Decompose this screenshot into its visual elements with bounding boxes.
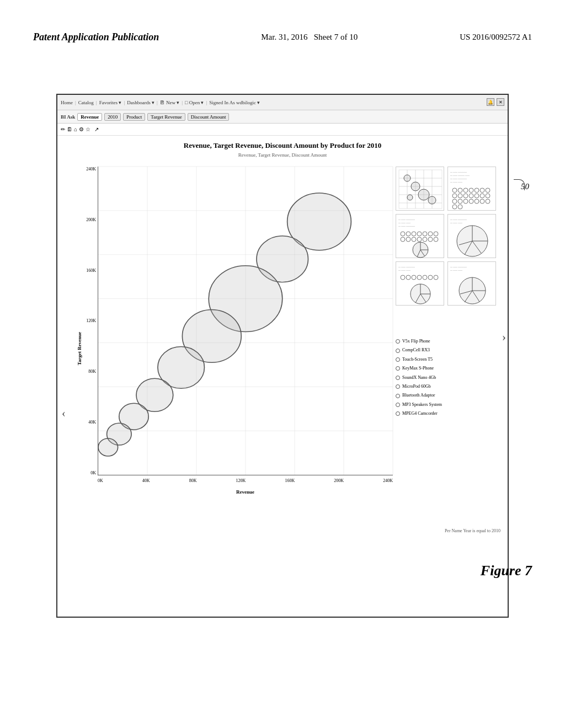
- close-icon[interactable]: ✕: [497, 98, 504, 106]
- svg-point-49: [463, 199, 468, 204]
- tab-2010[interactable]: 2010: [104, 113, 121, 121]
- thumb-svg-5: — —— ———— — —— ——: [396, 262, 445, 306]
- svg-point-70: [423, 237, 427, 242]
- tab-revenue[interactable]: Revenue: [77, 113, 102, 121]
- tab-product[interactable]: Product: [123, 113, 145, 121]
- thumb-svg-2: — —— ———— — —— ——— —— — —— ———— — —— ——: [448, 167, 496, 211]
- browser-toolbar-1: Home | Catalog | Favorites ▾ | Dashboard…: [57, 95, 508, 110]
- svg-point-52: [480, 199, 484, 204]
- legend-label-mpeg4: MPEG4 Camcorder: [402, 410, 438, 417]
- chart-wrapper: Target Revenue 240K 200K 160K 120K 80K 4…: [62, 161, 503, 536]
- bubble-mpeg4: [98, 438, 118, 456]
- bi-ask-label: BI Ask: [61, 114, 75, 120]
- arrow-icon[interactable]: ↗: [94, 126, 99, 132]
- y-label-200: 200K: [86, 217, 96, 222]
- svg-text:— —— ——: — —— ——: [450, 221, 463, 224]
- svg-text:— —— ——: — —— ——: [398, 221, 411, 224]
- svg-point-48: [458, 199, 462, 204]
- legend-mpeg4: MPEG4 Camcorder: [396, 410, 500, 417]
- svg-point-50: [469, 199, 473, 204]
- svg-point-69: [417, 237, 422, 242]
- home-icon[interactable]: ⌂: [74, 126, 77, 132]
- tab-target-revenue[interactable]: Target Revenue: [147, 113, 185, 121]
- svg-text:— —— ——: — —— ——: [450, 269, 463, 271]
- svg-point-93: [428, 275, 433, 280]
- svg-text:— —— ————: — —— ————: [398, 224, 415, 227]
- calendar-icon[interactable]: 🗓: [67, 126, 72, 132]
- config-icon[interactable]: ⚙: [79, 126, 84, 132]
- browser-toolbar-2: BI Ask Revenue 2010 Product Target Reven…: [57, 110, 508, 124]
- tab-discount-amount[interactable]: Discount Amount: [188, 113, 230, 121]
- figure-label: Figure 7: [481, 563, 532, 579]
- toolbar-signed-in[interactable]: Signed In As wdbilogic ▾: [209, 100, 260, 105]
- y-label-40: 40K: [88, 420, 96, 425]
- legend-v5x: V5x Flip Phone: [396, 338, 500, 345]
- svg-point-66: [401, 237, 405, 242]
- nav-arrow-left[interactable]: ‹: [62, 407, 66, 420]
- pencil-icon[interactable]: ✏: [61, 126, 65, 132]
- thumb-chart-5: — —— ———— — —— ——: [396, 261, 444, 306]
- svg-point-25: [411, 182, 420, 191]
- svg-text:— —— ——— ——: — —— ——— ——: [450, 174, 470, 176]
- toolbar-catalog[interactable]: Catalog: [78, 100, 94, 105]
- y-axis-labels: 240K 200K 160K 120K 80K 40K 0K: [74, 167, 96, 475]
- svg-point-33: [452, 188, 457, 192]
- svg-point-34: [458, 188, 462, 192]
- legend-label-keymax: KeyMax S-Phone: [402, 365, 434, 372]
- thumb-svg-3: — —— ———— — —— —— — —— ————: [396, 215, 445, 259]
- legend-circle-keymax: [396, 366, 400, 371]
- legend-label-bluetooth: Bluetooth Adaptor: [402, 392, 435, 399]
- svg-text:— —— ————: — —— ————: [398, 218, 415, 221]
- thumbnail-area: — —— ———— — —— ——— —— — —— ———— — —— ——: [396, 167, 500, 326]
- legend-label-mp3: MP3 Speakers System: [402, 401, 442, 409]
- filter-note: Per Name Year is equal to 2010: [445, 528, 500, 533]
- y-label-120: 120K: [86, 318, 96, 323]
- nav-arrow-right[interactable]: ›: [502, 330, 506, 344]
- svg-text:— —— ————: — —— ————: [450, 265, 467, 268]
- toolbar-home[interactable]: Home: [61, 100, 73, 105]
- legend-label-v5x: V5x Flip Phone: [402, 338, 430, 345]
- svg-point-51: [475, 199, 479, 204]
- svg-point-40: [452, 194, 457, 198]
- toolbar-new[interactable]: 🖹 New ▾: [160, 100, 180, 105]
- ref-number-50: 50: [521, 182, 529, 191]
- svg-point-60: [406, 232, 411, 236]
- svg-point-61: [412, 232, 416, 236]
- thumb-chart-1: [396, 167, 444, 211]
- legend-circle-soundx: [396, 376, 400, 380]
- x-label-240: 240K: [383, 478, 393, 483]
- legend-compcell: CompCell RX3: [396, 346, 500, 354]
- thumb-chart-6: — —— ———— — —— ——: [447, 261, 496, 306]
- svg-text:— —— ——: — —— ——: [450, 180, 463, 183]
- svg-point-44: [475, 194, 479, 198]
- svg-point-90: [412, 275, 416, 280]
- star-icon[interactable]: ☆: [86, 126, 90, 132]
- svg-point-28: [407, 195, 413, 200]
- x-axis-labels: 0K 40K 80K 120K 160K 200K 240K: [98, 478, 393, 483]
- legend-circle-bluetooth: [396, 394, 400, 398]
- svg-point-37: [475, 188, 479, 192]
- legend-label-soundx: SoundX Nano 4Gb: [402, 374, 436, 382]
- sep4: |: [157, 100, 158, 105]
- toolbar-open[interactable]: □ Open ▾: [185, 100, 204, 105]
- svg-point-91: [417, 275, 422, 280]
- svg-point-27: [428, 196, 436, 204]
- svg-point-88: [401, 275, 405, 280]
- header-date-sheet: Mar. 31, 2016 Sheet 7 of 10: [261, 30, 358, 44]
- x-label-40: 40K: [142, 478, 150, 483]
- toolbar-dashboards[interactable]: Dashboards ▾: [127, 100, 154, 105]
- svg-point-45: [480, 194, 484, 198]
- svg-point-63: [423, 232, 427, 236]
- svg-point-46: [486, 194, 490, 198]
- y-label-160: 160K: [86, 268, 96, 273]
- bell-icon[interactable]: 🔔: [487, 98, 494, 106]
- browser-window: Home | Catalog | Favorites ▾ | Dashboard…: [56, 94, 509, 618]
- legend-micropod: MicroPod 60Gb: [396, 383, 500, 390]
- svg-point-41: [458, 194, 462, 198]
- toolbar-favorites[interactable]: Favorites ▾: [99, 100, 122, 105]
- thumb-chart-3: — —— ———— — —— —— — —— ————: [396, 214, 444, 258]
- svg-point-55: [458, 205, 462, 209]
- svg-point-24: [404, 175, 411, 181]
- thumb-chart-2: — —— ———— — —— ——— —— — —— ———— — —— ——: [447, 167, 496, 211]
- svg-text:— —— ————: — —— ————: [450, 177, 467, 180]
